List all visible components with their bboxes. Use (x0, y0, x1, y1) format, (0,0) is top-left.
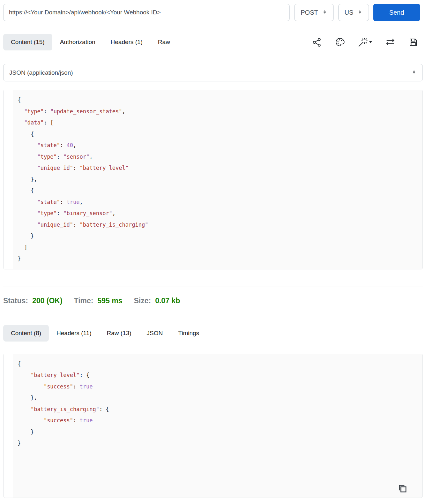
tab-response-headers[interactable]: Headers (11) (49, 325, 99, 342)
tab-authorization[interactable]: Authorization (52, 34, 103, 50)
section-divider (3, 287, 423, 287)
tab-content[interactable]: Content (15) (3, 34, 52, 50)
swap-arrows-icon[interactable] (385, 37, 395, 47)
size-label: Size: (134, 297, 151, 305)
send-button[interactable]: Send (373, 4, 420, 21)
time-pair: Time: 595 ms (74, 297, 123, 305)
response-status-row: Status: 200 (OK) Time: 595 ms Size: 0.07… (3, 297, 423, 305)
palette-icon[interactable] (335, 37, 345, 47)
response-tabs: Content (8) Headers (11) Raw (13) JSON T… (3, 325, 207, 342)
request-body-editor: { "type": "update_sensor_states", "data"… (3, 90, 423, 269)
tab-raw[interactable]: Raw (150, 34, 178, 50)
size-value: 0.07 kb (155, 297, 180, 305)
tab-response-json[interactable]: JSON (139, 325, 171, 342)
region-value: US (345, 9, 354, 16)
http-method-value: POST (301, 9, 318, 16)
time-label: Time: (74, 297, 93, 305)
status-pair: Status: 200 (OK) (3, 297, 63, 305)
save-icon[interactable] (408, 37, 418, 47)
response-body-code: { "battery_level": { "success": true }, … (13, 354, 422, 498)
magic-wand-icon[interactable] (358, 37, 372, 47)
tab-response-timings[interactable]: Timings (170, 325, 207, 342)
tab-response-raw[interactable]: Raw (13) (99, 325, 139, 342)
request-url-row: POST US Send (3, 4, 423, 21)
chevron-updown-icon (411, 69, 417, 76)
response-body-viewer: { "battery_level": { "success": true }, … (3, 354, 423, 498)
chevron-updown-icon (357, 9, 362, 16)
request-body-code[interactable]: { "type": "update_sensor_states", "data"… (13, 90, 422, 269)
chevron-updown-icon (322, 9, 327, 16)
api-tester-page: POST US Send Content (15) Authorization … (0, 0, 426, 498)
editor-gutter (4, 90, 13, 269)
viewer-gutter (4, 354, 13, 498)
tab-response-content[interactable]: Content (8) (3, 325, 49, 342)
request-tabs: Content (15) Authorization Headers (1) R… (3, 34, 178, 50)
region-select[interactable]: US (338, 4, 369, 21)
tab-headers[interactable]: Headers (1) (103, 34, 150, 50)
response-tabs-row: Content (8) Headers (11) Raw (13) JSON T… (3, 324, 423, 342)
request-url-input[interactable] (3, 4, 290, 21)
status-value: 200 (OK) (32, 297, 63, 305)
request-tabs-row: Content (15) Authorization Headers (1) R… (3, 33, 423, 51)
request-toolbar (312, 37, 423, 47)
content-type-select[interactable]: JSON (application/json) (3, 64, 423, 81)
time-value: 595 ms (97, 297, 122, 305)
http-method-select[interactable]: POST (294, 4, 334, 21)
content-type-value: JSON (application/json) (9, 69, 73, 76)
status-label: Status: (3, 297, 28, 305)
size-pair: Size: 0.07 kb (134, 297, 180, 305)
share-icon[interactable] (312, 37, 322, 47)
copy-icon[interactable] (396, 482, 408, 494)
